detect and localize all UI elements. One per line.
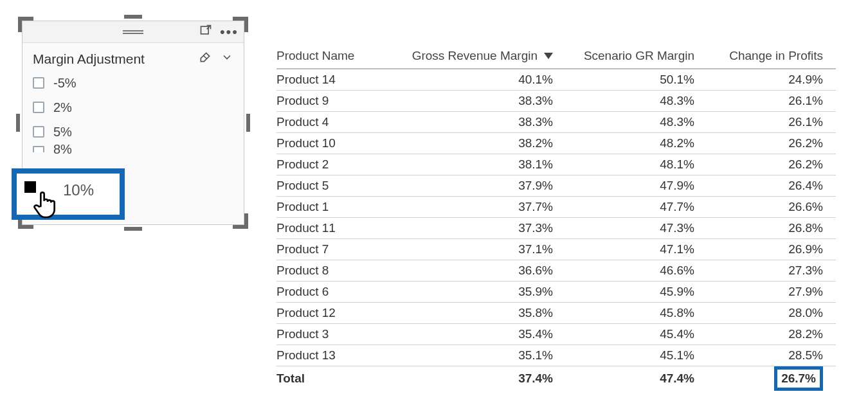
cell-chg: 26.4% (701, 179, 829, 193)
table-row[interactable]: Product 438.3%48.3%26.1% (276, 112, 836, 133)
cell-sgr: 48.2% (559, 136, 701, 150)
clear-selection-icon[interactable] (199, 51, 212, 67)
slicer-header[interactable]: ••• (23, 21, 244, 43)
cell-grm: 37.9% (392, 179, 559, 193)
cell-sgr: 47.9% (559, 179, 701, 193)
checkbox-icon[interactable] (33, 77, 44, 89)
cursor-pointer-icon (33, 189, 62, 220)
slicer-item-label: 5% (53, 125, 72, 139)
cell-product: Product 13 (276, 348, 392, 363)
cell-chg: 26.8% (701, 221, 829, 235)
cell-grm: 35.8% (392, 306, 559, 320)
cell-grm: 38.3% (392, 94, 559, 108)
cell-product: Product 10 (276, 136, 392, 150)
slicer-item[interactable]: 2% (33, 95, 233, 120)
table-row[interactable]: Product 1235.8%45.8%28.0% (276, 303, 836, 324)
slicer-list[interactable]: -5% 2% 5% 8% (23, 69, 244, 172)
slicer-item[interactable]: -5% (33, 71, 233, 95)
resize-handle[interactable] (244, 213, 248, 229)
checkbox-icon[interactable] (33, 126, 44, 138)
table-row[interactable]: Product 335.4%45.4%28.2% (276, 324, 836, 345)
cell-product: Product 4 (276, 115, 392, 129)
cell-sgr: 48.3% (559, 94, 701, 108)
cell-sgr: 50.1% (559, 73, 701, 87)
slicer-item[interactable]: 8% (33, 144, 233, 154)
drag-grip-icon[interactable] (123, 30, 143, 34)
cell-product: Product 1 (276, 200, 392, 214)
cell-product: Product 6 (276, 285, 392, 299)
resize-handle[interactable] (244, 17, 248, 32)
column-header-label: Product Name (276, 49, 354, 63)
cell-sgr: 48.3% (559, 115, 701, 129)
table-row[interactable]: Product 938.3%48.3%26.1% (276, 91, 836, 112)
cell-grm: 35.4% (392, 327, 559, 341)
table-row[interactable]: Product 1038.2%48.2%26.2% (276, 133, 836, 154)
sort-desc-icon (544, 53, 553, 59)
total-grm: 37.4% (392, 372, 559, 386)
table-total-row: Total 37.4% 47.4% 26.7% (276, 366, 836, 390)
table-header[interactable]: Product Name Gross Revenue Margin Scenar… (276, 44, 836, 69)
cell-grm: 35.1% (392, 348, 559, 363)
profit-table[interactable]: Product Name Gross Revenue Margin Scenar… (276, 44, 836, 390)
table-row[interactable]: Product 238.1%48.1%26.2% (276, 154, 836, 175)
more-options-icon[interactable]: ••• (220, 24, 239, 40)
cell-chg: 27.3% (701, 264, 829, 278)
cell-chg: 26.6% (701, 200, 829, 214)
checkbox-icon[interactable] (33, 102, 44, 113)
svg-rect-0 (201, 26, 208, 34)
total-sgr: 47.4% (559, 372, 701, 386)
svg-line-2 (204, 56, 207, 59)
slicer-item-label: 2% (53, 100, 72, 115)
cell-sgr: 47.7% (559, 200, 701, 214)
cell-grm: 40.1% (392, 73, 559, 87)
column-header-grm[interactable]: Gross Revenue Margin (392, 49, 559, 63)
margin-slicer-visual[interactable]: ••• Margin Adjustment (18, 17, 248, 229)
cell-grm: 37.1% (392, 242, 559, 256)
resize-handle[interactable] (124, 227, 142, 231)
selected-slicer-callout[interactable]: 10% (12, 168, 125, 220)
resize-handle[interactable] (16, 114, 20, 132)
column-header-chg[interactable]: Change in Profits (701, 49, 829, 63)
cell-product: Product 3 (276, 327, 392, 341)
cell-product: Product 14 (276, 73, 392, 87)
cell-product: Product 2 (276, 157, 392, 172)
column-header-sgr[interactable]: Scenario GR Margin (559, 49, 701, 63)
resize-handle[interactable] (246, 114, 250, 132)
focus-mode-icon[interactable] (199, 24, 212, 40)
cell-grm: 35.9% (392, 285, 559, 299)
slicer-title-row: Margin Adjustment (23, 43, 244, 69)
cell-product: Product 8 (276, 264, 392, 278)
cell-sgr: 45.8% (559, 306, 701, 320)
cell-sgr: 45.9% (559, 285, 701, 299)
cell-chg: 26.9% (701, 242, 829, 256)
cell-product: Product 11 (276, 221, 392, 235)
cell-chg: 28.0% (701, 306, 829, 320)
column-header-label: Gross Revenue Margin (412, 49, 538, 63)
cell-product: Product 5 (276, 179, 392, 193)
table-row[interactable]: Product 1137.3%47.3%26.8% (276, 218, 836, 239)
total-chg-highlight: 26.7% (701, 366, 829, 391)
cell-chg: 26.1% (701, 94, 829, 108)
cell-grm: 38.2% (392, 136, 559, 150)
cell-grm: 37.3% (392, 221, 559, 235)
slicer-item-label: 8% (53, 144, 72, 154)
slicer-item[interactable]: 5% (33, 120, 233, 144)
cell-chg: 27.9% (701, 285, 829, 299)
cell-chg: 26.2% (701, 157, 829, 172)
table-row[interactable]: Product 537.9%47.9%26.4% (276, 175, 836, 197)
table-row[interactable]: Product 1335.1%45.1%28.5% (276, 345, 836, 366)
table-row[interactable]: Product 635.9%45.9%27.9% (276, 282, 836, 303)
checkbox-icon[interactable] (33, 146, 44, 152)
cell-chg: 28.2% (701, 327, 829, 341)
cell-chg: 26.1% (701, 115, 829, 129)
cell-product: Product 9 (276, 94, 392, 108)
column-header-product[interactable]: Product Name (276, 49, 392, 63)
table-row[interactable]: Product 137.7%47.7%26.6% (276, 197, 836, 218)
chevron-down-icon[interactable] (221, 51, 233, 67)
resize-handle[interactable] (124, 15, 142, 19)
slicer-title: Margin Adjustment (33, 51, 199, 67)
selected-slicer-label: 10% (63, 181, 94, 199)
table-row[interactable]: Product 737.1%47.1%26.9% (276, 239, 836, 260)
table-row[interactable]: Product 836.6%46.6%27.3% (276, 260, 836, 282)
table-row[interactable]: Product 1440.1%50.1%24.9% (276, 69, 836, 91)
